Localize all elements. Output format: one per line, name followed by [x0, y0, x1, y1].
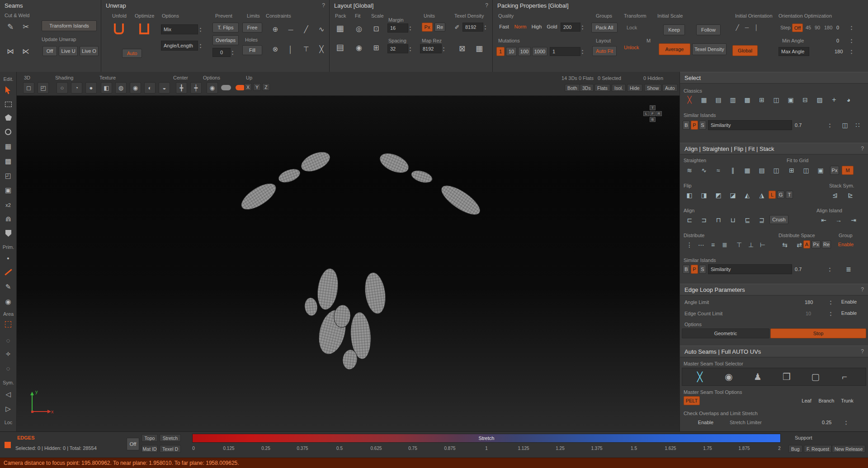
- rectangle-select-icon[interactable]: [5, 102, 12, 107]
- fit-selected-icon[interactable]: ◉: [353, 42, 365, 53]
- space-horizontal-icon[interactable]: ⇆: [779, 239, 791, 250]
- live-o-toggle[interactable]: Live O: [80, 46, 99, 56]
- compass-top[interactable]: T: [650, 105, 656, 110]
- texture-checker-icon[interactable]: ◧: [101, 82, 112, 94]
- shading-solid-icon[interactable]: ●: [85, 82, 97, 94]
- x2-mode-button[interactable]: x2: [3, 200, 14, 211]
- compass-front[interactable]: F: [650, 111, 656, 116]
- quality-high-button[interactable]: High: [530, 23, 543, 31]
- fit-px-button[interactable]: Px: [830, 166, 839, 175]
- spacing-field[interactable]: 32: [387, 44, 408, 53]
- stack-left-icon[interactable]: ⊴: [829, 190, 841, 201]
- similar-p-button[interactable]: P: [691, 121, 698, 130]
- help-icon[interactable]: ?: [861, 145, 864, 152]
- toggle-pill-gray-icon[interactable]: [221, 85, 231, 90]
- flip-diagonal-icon[interactable]: ◩: [712, 190, 724, 201]
- cross-constraint-icon[interactable]: ╳: [316, 43, 327, 55]
- shading-wire-icon[interactable]: ◔: [71, 82, 82, 94]
- step-180-button[interactable]: 180: [824, 25, 832, 30]
- scale-icon[interactable]: ⊡: [370, 23, 382, 34]
- pack-all-button[interactable]: Pack All: [591, 23, 618, 33]
- select-sphere-icon[interactable]: ◕: [843, 94, 854, 105]
- align-island-center-icon[interactable]: →: [833, 215, 844, 225]
- margin-field[interactable]: 16: [387, 23, 408, 33]
- units-re-button[interactable]: Re: [434, 23, 445, 32]
- weld-icon[interactable]: ⋈: [5, 45, 16, 57]
- mesh-island[interactable]: [315, 267, 340, 311]
- distribute-rows-icon[interactable]: ≡: [707, 239, 719, 250]
- pin-constraint-icon[interactable]: ⊕: [269, 23, 281, 35]
- optimize-icon[interactable]: [139, 23, 149, 34]
- shading-flat-icon[interactable]: ○: [57, 82, 68, 94]
- mutations-value-field[interactable]: 1: [550, 47, 580, 56]
- mix-dropdown[interactable]: Mix: [161, 24, 198, 34]
- seam-x-tool-icon[interactable]: ╳: [693, 370, 707, 384]
- branch-button[interactable]: Branch: [816, 396, 836, 405]
- align-left-icon[interactable]: ⊏: [684, 215, 695, 225]
- similar2-b-button[interactable]: B: [683, 265, 690, 274]
- orientation-horizontal-icon[interactable]: ─: [743, 23, 751, 32]
- straighten-loop-icon[interactable]: ∿: [698, 165, 710, 176]
- texture-borders-icon[interactable]: ▣: [3, 185, 14, 196]
- flip-vertical-icon[interactable]: ◨: [698, 190, 710, 201]
- average-button[interactable]: Average: [659, 43, 690, 55]
- units-px-button[interactable]: Px: [422, 23, 433, 32]
- space-a-button[interactable]: A: [803, 240, 810, 248]
- flip-antidiagonal-icon[interactable]: ◪: [727, 190, 739, 201]
- flip-l-button[interactable]: L: [769, 191, 776, 199]
- center-selection-icon[interactable]: ┿: [190, 82, 202, 94]
- texel-picker-icon[interactable]: ✐: [453, 23, 462, 32]
- align-top-icon[interactable]: ⊓: [712, 215, 724, 225]
- min-angle-spinner[interactable]: ▴▾: [851, 37, 852, 45]
- space-px-button[interactable]: Px: [811, 240, 821, 248]
- align-island-right-icon[interactable]: ⇥: [848, 215, 859, 225]
- texel-d-mode-button[interactable]: Texel D: [160, 445, 181, 453]
- horizontal-constraint-icon[interactable]: ─: [285, 23, 297, 35]
- similar2-s-button[interactable]: S: [699, 265, 706, 274]
- mix-spinner[interactable]: ▴▾: [200, 24, 201, 34]
- layers-icon[interactable]: ≣: [843, 264, 854, 275]
- viewport-canvas[interactable]: [17, 72, 679, 431]
- live-unwrap-off-toggle[interactable]: Off: [42, 46, 57, 56]
- fill-button[interactable]: Fill: [242, 45, 262, 55]
- auto-unwrap-button[interactable]: Auto: [122, 49, 142, 58]
- transform-m-label[interactable]: M: [646, 38, 651, 43]
- topo-mode-button[interactable]: Topo: [142, 434, 158, 442]
- pack-selected-icon[interactable]: ▤: [334, 42, 346, 53]
- arrange-top-icon[interactable]: ⊤: [733, 239, 745, 250]
- scale-selected-icon[interactable]: ⊞: [370, 42, 382, 53]
- light-icon[interactable]: ◉: [207, 82, 218, 94]
- texel-grid-x-icon[interactable]: ⊠: [456, 42, 468, 54]
- angle-limit-spinner[interactable]: ▴▾: [830, 298, 831, 307]
- pelt-button[interactable]: PELT: [684, 396, 700, 405]
- gridify-rows-icon[interactable]: ▤: [756, 165, 768, 176]
- align-island-left-icon[interactable]: ⇤: [818, 215, 830, 225]
- align-right-icon[interactable]: ⊐: [698, 215, 710, 225]
- center-view-icon[interactable]: ╋: [176, 82, 187, 94]
- filter-both-button[interactable]: Both: [565, 84, 580, 92]
- 3d-view-icon[interactable]: ◻: [23, 82, 34, 94]
- brush-tool-icon[interactable]: ✎: [3, 281, 14, 292]
- curve-constraint-icon[interactable]: ∿: [316, 23, 327, 35]
- unfold-icon[interactable]: [114, 23, 124, 34]
- align-center-h-icon[interactable]: ⊑: [741, 215, 753, 225]
- t-flips-button[interactable]: T. Flips: [212, 23, 239, 33]
- filter-3ds-button[interactable]: 3Ds: [580, 84, 594, 92]
- mesh-island[interactable]: [363, 271, 388, 315]
- select-add-icon[interactable]: +: [828, 94, 840, 105]
- similar-b-button[interactable]: B: [683, 121, 690, 130]
- magnet-icon[interactable]: ⋒: [3, 214, 14, 225]
- overlaps-enable-button[interactable]: Enable: [693, 418, 718, 427]
- auto-fit-button[interactable]: Auto Fit: [592, 46, 617, 56]
- distribute-h-icon[interactable]: ⋯: [695, 239, 707, 250]
- filter-hide-button[interactable]: Hide: [627, 84, 642, 92]
- gridify-half-icon[interactable]: ◫: [770, 165, 782, 176]
- iterations-spinner[interactable]: ▴▾: [232, 48, 233, 57]
- mutations-spinner[interactable]: ▴▾: [582, 47, 583, 56]
- help-icon[interactable]: ?: [861, 348, 864, 355]
- align-bottom-icon[interactable]: ⊔: [727, 215, 739, 225]
- texel-density-field[interactable]: 8192: [462, 23, 483, 32]
- straighten-parallel-icon[interactable]: ∥: [727, 165, 739, 176]
- deselect-all-icon[interactable]: ╳: [684, 94, 695, 105]
- seam-sphere-tool-icon[interactable]: ◉: [722, 370, 736, 384]
